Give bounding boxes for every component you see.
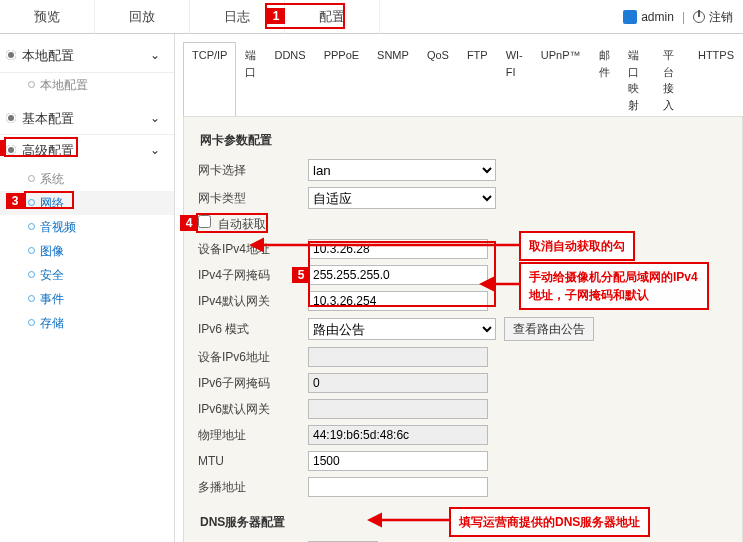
user-area: admin | 注销 (613, 8, 743, 26)
subtab-platform[interactable]: 平台接入 (654, 42, 689, 117)
mac-input (308, 425, 488, 445)
user-icon (623, 10, 637, 24)
sidebar-group-basic[interactable]: 基本配置⌄ (0, 103, 174, 136)
callout-6: 填写运营商提供的DNS服务器地址 (449, 507, 650, 537)
top-nav: 预览 回放 日志 1 配置 admin | 注销 (0, 0, 743, 34)
callout-4: 取消自动获取的勾 (519, 231, 635, 261)
lbl-nic-type: 网卡类型 (198, 189, 308, 207)
subtab-pppoe[interactable]: PPPoE (315, 42, 368, 117)
subtab-upnp[interactable]: UPnP™ (532, 42, 590, 117)
subtab-ftp[interactable]: FTP (458, 42, 497, 117)
subtab-snmp[interactable]: SNMP (368, 42, 418, 117)
lbl-ipv6-mode: IPv6 模式 (198, 320, 308, 338)
nic-type-select[interactable]: 自适应 (308, 187, 496, 209)
lbl-mac: 物理地址 (198, 426, 308, 444)
subtab-https[interactable]: HTTPS (689, 42, 743, 117)
sidebar-group-advanced[interactable]: 2 高级配置⌄ (0, 135, 174, 167)
form-panel: 网卡参数配置 网卡选择 lan 网卡类型 自适应 4 自动获取 设备IPv4地址… (183, 116, 743, 542)
annotation-1-box (265, 3, 345, 29)
ipv6-addr-input (308, 347, 488, 367)
ipv6-mode-select[interactable]: 路由公告 (308, 318, 496, 340)
lbl-ipv4-gw: IPv4默认网关 (198, 292, 308, 310)
sidebar-item-local-config[interactable]: 本地配置 (0, 73, 174, 97)
section-nic: 网卡参数配置 (200, 131, 728, 149)
lbl-mtu: MTU (198, 452, 308, 470)
subtab-portmap[interactable]: 端口映射 (619, 42, 654, 117)
sidebar: 本地配置⌄ 本地配置 基本配置⌄ 2 高级配置⌄ 系统 3 网络 音视频 图像 … (0, 34, 175, 542)
annotation-2-box (4, 137, 78, 157)
lbl-ipv6-gw: IPv6默认网关 (198, 400, 308, 418)
arrow-4 (254, 241, 524, 257)
annotation-3-box (24, 191, 74, 209)
sidebar-item-storage[interactable]: 存储 (0, 311, 174, 335)
subtab-port[interactable]: 端口 (236, 42, 265, 117)
sidebar-item-event[interactable]: 事件 (0, 287, 174, 311)
logout-icon[interactable] (693, 11, 705, 23)
lbl-multicast: 多播地址 (198, 478, 308, 496)
tab-playback[interactable]: 回放 (95, 0, 190, 34)
nic-select[interactable]: lan (308, 159, 496, 181)
multicast-input[interactable] (308, 477, 488, 497)
sidebar-item-security[interactable]: 安全 (0, 263, 174, 287)
subtab-wifi[interactable]: WI-FI (497, 42, 532, 117)
view-route-btn[interactable]: 查看路由公告 (504, 317, 594, 341)
sidebar-group-local[interactable]: 本地配置⌄ (0, 40, 174, 73)
tab-config[interactable]: 1 配置 (285, 0, 380, 34)
arrow-6 (372, 515, 452, 527)
sidebar-item-network[interactable]: 3 网络 (0, 191, 174, 215)
annotation-4-box (196, 213, 268, 233)
subtab-tcpip[interactable]: TCP/IP (183, 42, 236, 117)
annotation-3-num: 3 (6, 193, 24, 209)
sub-tabs: TCP/IP 端口 DDNS PPPoE SNMP QoS FTP WI-FI … (183, 42, 743, 117)
logout-link[interactable]: 注销 (709, 8, 733, 26)
sidebar-item-av[interactable]: 音视频 (0, 215, 174, 239)
ipv6-prefix-input (308, 373, 488, 393)
arrow-5 (484, 279, 524, 291)
sidebar-item-image[interactable]: 图像 (0, 239, 174, 263)
mtu-input[interactable] (308, 451, 488, 471)
lbl-ipv6-prefix: IPv6子网掩码 (198, 374, 308, 392)
subtab-qos[interactable]: QoS (418, 42, 458, 117)
lbl-ipv6-addr: 设备IPv6地址 (198, 348, 308, 366)
subtab-ddns[interactable]: DDNS (265, 42, 314, 117)
username: admin (641, 8, 674, 26)
subtab-mail[interactable]: 邮件 (590, 42, 619, 117)
callout-5: 手动给摄像机分配局域网的IPv4地址，子网掩码和默认 (519, 262, 709, 310)
lbl-nic-select: 网卡选择 (198, 161, 308, 179)
tab-preview[interactable]: 预览 (0, 0, 95, 34)
ipv6-gw-input (308, 399, 488, 419)
sidebar-item-system[interactable]: 系统 (0, 167, 174, 191)
